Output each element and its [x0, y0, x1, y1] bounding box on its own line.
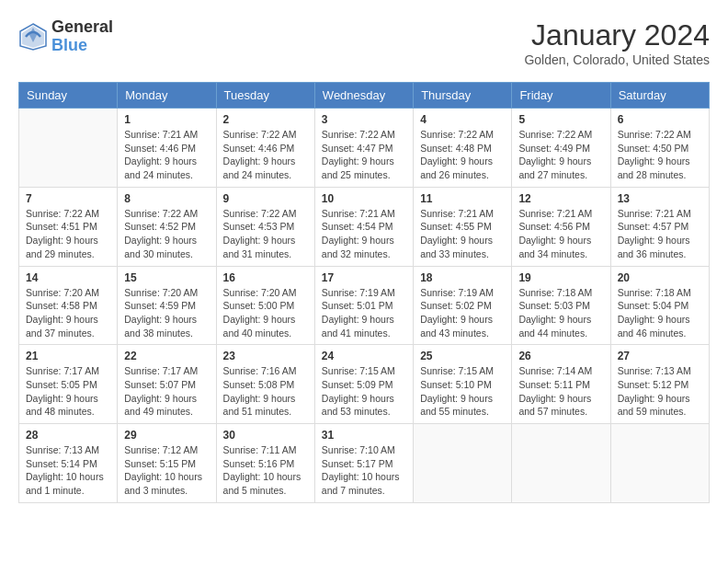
day-info: Sunrise: 7:22 AMSunset: 4:49 PMDaylight:… — [518, 128, 603, 182]
col-friday: Friday — [512, 83, 610, 109]
page-header: General Blue January 2024 Golden, Colora… — [18, 18, 710, 67]
logo: General Blue — [18, 18, 113, 55]
table-row: 25Sunrise: 7:15 AMSunset: 5:10 PMDayligh… — [414, 345, 512, 424]
day-info: Sunrise: 7:19 AMSunset: 5:01 PMDaylight:… — [322, 286, 406, 340]
calendar-week-row: 7Sunrise: 7:22 AMSunset: 4:51 PMDaylight… — [19, 187, 710, 266]
col-sunday: Sunday — [19, 83, 118, 109]
day-number: 22 — [124, 350, 209, 362]
table-row: 12Sunrise: 7:21 AMSunset: 4:56 PMDayligh… — [512, 187, 610, 266]
table-row — [19, 109, 118, 188]
day-number: 27 — [618, 350, 702, 362]
col-monday: Monday — [118, 83, 216, 109]
day-number: 30 — [223, 429, 308, 442]
day-info: Sunrise: 7:13 AMSunset: 5:14 PMDaylight:… — [26, 443, 110, 498]
day-info: Sunrise: 7:21 AMSunset: 4:57 PMDaylight:… — [618, 207, 702, 261]
day-number: 28 — [26, 429, 110, 442]
day-number: 13 — [618, 192, 702, 205]
table-row: 14Sunrise: 7:20 AMSunset: 4:58 PMDayligh… — [19, 266, 118, 345]
table-row: 10Sunrise: 7:21 AMSunset: 4:54 PMDayligh… — [314, 187, 413, 266]
col-tuesday: Tuesday — [216, 83, 314, 109]
table-row: 17Sunrise: 7:19 AMSunset: 5:01 PMDayligh… — [314, 266, 413, 345]
day-info: Sunrise: 7:22 AMSunset: 4:48 PMDaylight:… — [420, 128, 505, 182]
table-row: 31Sunrise: 7:10 AMSunset: 5:17 PMDayligh… — [314, 424, 413, 503]
table-row: 1Sunrise: 7:21 AMSunset: 4:46 PMDaylight… — [118, 109, 216, 188]
day-number: 12 — [518, 192, 603, 205]
day-info: Sunrise: 7:22 AMSunset: 4:53 PMDaylight:… — [223, 207, 308, 261]
day-info: Sunrise: 7:21 AMSunset: 4:56 PMDaylight:… — [518, 207, 603, 261]
table-row: 24Sunrise: 7:15 AMSunset: 5:09 PMDayligh… — [314, 345, 413, 424]
calendar-week-row: 1Sunrise: 7:21 AMSunset: 4:46 PMDaylight… — [19, 109, 710, 188]
table-row: 27Sunrise: 7:13 AMSunset: 5:12 PMDayligh… — [610, 345, 709, 424]
table-row: 15Sunrise: 7:20 AMSunset: 4:59 PMDayligh… — [118, 266, 216, 345]
day-info: Sunrise: 7:21 AMSunset: 4:55 PMDaylight:… — [420, 207, 505, 261]
day-number: 29 — [124, 429, 209, 442]
day-number: 10 — [322, 192, 406, 205]
table-row: 19Sunrise: 7:18 AMSunset: 5:03 PMDayligh… — [512, 266, 610, 345]
table-row: 29Sunrise: 7:12 AMSunset: 5:15 PMDayligh… — [118, 424, 216, 503]
table-row: 23Sunrise: 7:16 AMSunset: 5:08 PMDayligh… — [216, 345, 314, 424]
day-number: 14 — [26, 271, 110, 284]
day-info: Sunrise: 7:22 AMSunset: 4:46 PMDaylight:… — [223, 128, 308, 182]
logo-text: General Blue — [51, 18, 113, 55]
day-number: 3 — [322, 113, 406, 126]
col-wednesday: Wednesday — [314, 83, 413, 109]
day-info: Sunrise: 7:20 AMSunset: 4:58 PMDaylight:… — [26, 286, 110, 340]
table-row: 18Sunrise: 7:19 AMSunset: 5:02 PMDayligh… — [414, 266, 512, 345]
day-info: Sunrise: 7:16 AMSunset: 5:08 PMDaylight:… — [223, 364, 308, 419]
day-info: Sunrise: 7:17 AMSunset: 5:07 PMDaylight:… — [124, 364, 209, 419]
day-number: 24 — [322, 350, 406, 362]
table-row: 6Sunrise: 7:22 AMSunset: 4:50 PMDaylight… — [610, 109, 709, 188]
day-info: Sunrise: 7:15 AMSunset: 5:10 PMDaylight:… — [420, 364, 505, 419]
day-number: 21 — [26, 350, 110, 362]
calendar-week-row: 21Sunrise: 7:17 AMSunset: 5:05 PMDayligh… — [19, 345, 710, 424]
table-row: 7Sunrise: 7:22 AMSunset: 4:51 PMDaylight… — [19, 187, 118, 266]
day-info: Sunrise: 7:21 AMSunset: 4:54 PMDaylight:… — [322, 207, 406, 261]
table-row: 30Sunrise: 7:11 AMSunset: 5:16 PMDayligh… — [216, 424, 314, 503]
logo-general-text: General — [51, 18, 113, 37]
table-row: 22Sunrise: 7:17 AMSunset: 5:07 PMDayligh… — [118, 345, 216, 424]
day-number: 31 — [322, 429, 406, 442]
calendar-header-row: Sunday Monday Tuesday Wednesday Thursday… — [19, 83, 710, 109]
table-row: 11Sunrise: 7:21 AMSunset: 4:55 PMDayligh… — [414, 187, 512, 266]
logo-blue-text: Blue — [51, 37, 113, 55]
table-row: 21Sunrise: 7:17 AMSunset: 5:05 PMDayligh… — [19, 345, 118, 424]
day-number: 9 — [223, 192, 308, 205]
day-number: 23 — [223, 350, 308, 362]
day-info: Sunrise: 7:10 AMSunset: 5:17 PMDaylight:… — [322, 443, 406, 498]
day-info: Sunrise: 7:22 AMSunset: 4:50 PMDaylight:… — [618, 128, 702, 182]
table-row: 4Sunrise: 7:22 AMSunset: 4:48 PMDaylight… — [414, 109, 512, 188]
table-row — [512, 424, 610, 503]
day-info: Sunrise: 7:20 AMSunset: 4:59 PMDaylight:… — [124, 286, 209, 340]
day-info: Sunrise: 7:21 AMSunset: 4:46 PMDaylight:… — [124, 128, 209, 182]
table-row: 16Sunrise: 7:20 AMSunset: 5:00 PMDayligh… — [216, 266, 314, 345]
table-row — [610, 424, 709, 503]
day-info: Sunrise: 7:18 AMSunset: 5:04 PMDaylight:… — [618, 286, 702, 340]
day-info: Sunrise: 7:22 AMSunset: 4:52 PMDaylight:… — [124, 207, 209, 261]
table-row: 3Sunrise: 7:22 AMSunset: 4:47 PMDaylight… — [314, 109, 413, 188]
day-number: 2 — [223, 113, 308, 126]
day-info: Sunrise: 7:15 AMSunset: 5:09 PMDaylight:… — [322, 364, 406, 419]
day-info: Sunrise: 7:12 AMSunset: 5:15 PMDaylight:… — [124, 443, 209, 498]
day-number: 11 — [420, 192, 505, 205]
table-row: 8Sunrise: 7:22 AMSunset: 4:52 PMDaylight… — [118, 187, 216, 266]
day-info: Sunrise: 7:22 AMSunset: 4:51 PMDaylight:… — [26, 207, 110, 261]
day-number: 15 — [124, 271, 209, 284]
day-number: 18 — [420, 271, 505, 284]
day-number: 19 — [518, 271, 603, 284]
day-info: Sunrise: 7:22 AMSunset: 4:47 PMDaylight:… — [322, 128, 406, 182]
col-thursday: Thursday — [414, 83, 512, 109]
col-saturday: Saturday — [610, 83, 709, 109]
calendar-table: Sunday Monday Tuesday Wednesday Thursday… — [18, 82, 710, 503]
table-row: 5Sunrise: 7:22 AMSunset: 4:49 PMDaylight… — [512, 109, 610, 188]
table-row: 28Sunrise: 7:13 AMSunset: 5:14 PMDayligh… — [19, 424, 118, 503]
table-row: 26Sunrise: 7:14 AMSunset: 5:11 PMDayligh… — [512, 345, 610, 424]
day-info: Sunrise: 7:20 AMSunset: 5:00 PMDaylight:… — [223, 286, 308, 340]
day-number: 8 — [124, 192, 209, 205]
day-number: 1 — [124, 113, 209, 126]
day-number: 20 — [618, 271, 702, 284]
title-section: January 2024 Golden, Colorado, United St… — [524, 18, 710, 67]
day-info: Sunrise: 7:14 AMSunset: 5:11 PMDaylight:… — [518, 364, 603, 419]
day-number: 26 — [518, 350, 603, 362]
logo-icon — [18, 22, 48, 52]
day-info: Sunrise: 7:17 AMSunset: 5:05 PMDaylight:… — [26, 364, 110, 419]
